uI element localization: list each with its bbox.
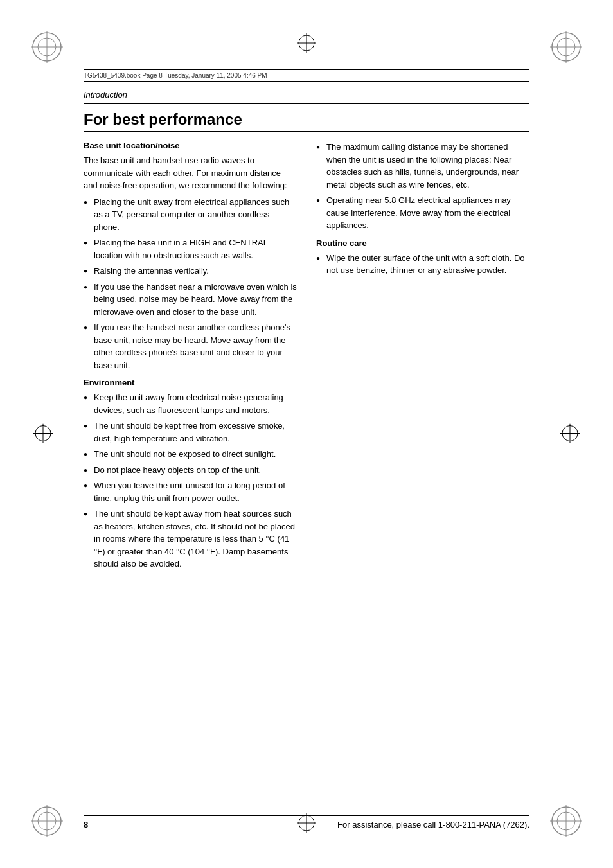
right-reg-mark xyxy=(560,423,580,445)
list-item: Operating near 5.8 GHz electrical applia… xyxy=(316,194,529,232)
subsection-title-base-unit: Base unit location/noise xyxy=(84,141,297,150)
base-unit-bullet-list: Placing the unit away from electrical ap… xyxy=(84,196,297,372)
list-item: Raising the antennas vertically. xyxy=(84,265,297,278)
corner-decor-tl xyxy=(31,31,63,63)
list-item: The unit should be kept free from excess… xyxy=(84,420,297,445)
corner-decor-bl xyxy=(31,805,63,837)
subsection-title-routine-care: Routine care xyxy=(316,238,529,248)
corner-decor-tr xyxy=(550,31,582,63)
footer-page-number: 8 xyxy=(84,820,88,829)
subsection-environment: Environment Keep the unit away from elec… xyxy=(84,378,297,571)
environment-bullet-list: Keep the unit away from electrical noise… xyxy=(84,391,297,571)
base-unit-body-text: The base unit and handset use radio wave… xyxy=(84,154,297,192)
subsection-routine-care: Routine care Wipe the outer surface of t… xyxy=(316,238,529,277)
col-left: Base unit location/noise The base unit a… xyxy=(84,141,297,577)
main-title: For best performance xyxy=(84,111,529,132)
list-item: The unit should not be exposed to direct… xyxy=(84,448,297,461)
subsection-title-environment: Environment xyxy=(84,378,297,387)
list-item: When you leave the unit unused for a lon… xyxy=(84,479,297,504)
footer-assistance-text: For assistance, please call 1-800-211-PA… xyxy=(337,820,529,829)
list-item: The unit should be kept away from heat s… xyxy=(84,508,297,571)
left-reg-mark xyxy=(33,423,53,445)
list-item: Wipe the outer surface of the unit with … xyxy=(316,252,529,277)
subsection-base-unit: Base unit location/noise The base unit a… xyxy=(84,141,297,371)
list-item: Do not place heavy objects on top of the… xyxy=(84,464,297,477)
list-item: Placing the unit away from electrical ap… xyxy=(84,196,297,234)
col-right: The maximum calling distance may be shor… xyxy=(316,141,529,577)
corner-decor-br xyxy=(550,805,582,837)
right-col-bullets: The maximum calling distance may be shor… xyxy=(316,141,529,232)
footer: 8 For assistance, please call 1-800-211-… xyxy=(84,815,529,829)
top-reg-mark xyxy=(297,33,316,55)
routine-care-bullet-list: Wipe the outer surface of the unit with … xyxy=(316,252,529,277)
list-item: If you use the handset near a microwave … xyxy=(84,281,297,319)
list-item: Keep the unit away from electrical noise… xyxy=(84,391,297,416)
file-info: TG5438_5439.book Page 8 Tuesday, January… xyxy=(84,69,529,82)
page: TG5438_5439.book Page 8 Tuesday, January… xyxy=(0,0,613,868)
list-item: Placing the base unit in a HIGH and CENT… xyxy=(84,236,297,261)
two-column-layout: Base unit location/noise The base unit a… xyxy=(84,141,529,577)
list-item: If you use the handset near another cord… xyxy=(84,321,297,371)
section-header: Introduction xyxy=(84,90,529,105)
list-item: The maximum calling distance may be shor… xyxy=(316,141,529,191)
content-area: Introduction For best performance Base u… xyxy=(84,90,529,804)
